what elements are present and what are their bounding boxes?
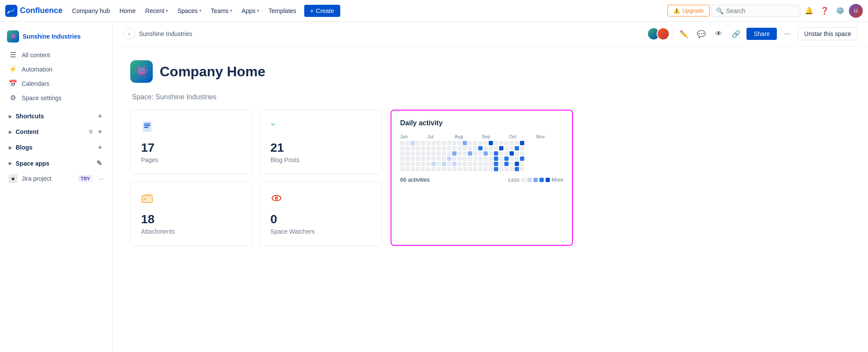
page-icon-glyph: 👾 — [135, 65, 148, 78]
activity-cell — [421, 162, 425, 166]
activity-cell — [426, 141, 431, 145]
sidebar-section-content[interactable]: ▶ Content ≡ + — [2, 124, 111, 140]
search-icon: 🔍 — [716, 7, 723, 14]
activity-cell — [421, 151, 425, 156]
content-filter-icon[interactable]: ≡ — [87, 127, 94, 137]
month-label-oct: Oct — [509, 134, 536, 139]
activity-cell — [431, 151, 436, 156]
attachments-card[interactable]: 18 Attachments — [130, 181, 253, 246]
pages-card[interactable]: 17 Pages — [130, 110, 253, 174]
activity-cell — [515, 151, 519, 156]
activity-cell — [437, 162, 441, 166]
nav-home[interactable]: Home — [115, 5, 140, 17]
help-button[interactable]: ❓ — [818, 4, 832, 18]
sidebar-item-calendars[interactable]: 📅 Calendars — [2, 76, 111, 91]
activity-column — [504, 141, 509, 171]
activity-cell — [411, 167, 415, 171]
sidebar-section-space-apps[interactable]: ▶ Space apps ✎ — [2, 155, 111, 171]
notifications-button[interactable]: 🔔 — [802, 4, 816, 18]
activity-cell — [421, 156, 425, 161]
link-button[interactable]: 🔗 — [729, 27, 743, 41]
activity-cell — [468, 141, 472, 145]
watch-button[interactable]: 👁 — [712, 27, 726, 41]
upgrade-label: Upgrade — [682, 7, 704, 14]
nav-recent[interactable]: Recent ▾ — [141, 5, 172, 17]
blogs-add-icon[interactable]: + — [96, 143, 104, 152]
space-watchers-card[interactable]: 0 Space Watchers — [260, 181, 382, 246]
activity-cell — [463, 156, 467, 161]
sidebar-item-all-content[interactable]: ☰ All content — [2, 48, 111, 62]
sidebar-section-blogs[interactable]: ▶ Blogs + — [2, 140, 111, 155]
bottom-stats-row: 18 Attachments 0 Space Watchers — [130, 181, 382, 246]
shortcuts-chevron: ▶ — [9, 114, 12, 119]
activity-cell — [457, 151, 462, 156]
watchers-label: Space Watchers — [270, 228, 371, 235]
daily-activity-card: Daily activity JunJulAugSepOctNov 66 act… — [391, 110, 573, 246]
attachments-label: Attachments — [141, 228, 242, 235]
activity-cell — [515, 167, 519, 171]
breadcrumb-left: ‹ Sunshine Industries — [123, 28, 192, 40]
more-label: More — [552, 177, 563, 183]
sidebar-section-shortcuts[interactable]: ▶ Shortcuts + — [2, 108, 111, 124]
upgrade-button[interactable]: ⚠️ Upgrade — [667, 5, 710, 16]
space-name[interactable]: Sunshine Industries — [23, 33, 81, 40]
activity-months: JunJulAugSepOctNov — [400, 134, 563, 139]
activity-cell — [489, 141, 493, 145]
shortcuts-add-icon[interactable]: + — [96, 111, 104, 121]
collaborator-avatar-2[interactable] — [657, 27, 670, 40]
comment-button[interactable]: 💬 — [694, 27, 708, 41]
activity-cell — [473, 151, 477, 156]
confluence-logo[interactable]: Confluence — [5, 5, 62, 17]
activity-cell — [473, 162, 477, 166]
recent-chevron: ▾ — [166, 8, 168, 13]
activity-cell — [457, 162, 462, 166]
activity-cell — [468, 162, 472, 166]
nav-templates[interactable]: Templates — [264, 5, 301, 17]
settings-button[interactable]: ⚙️ — [833, 4, 847, 18]
collapse-sidebar-button[interactable]: ‹ — [123, 28, 135, 40]
activity-cell — [489, 156, 493, 161]
activity-cell — [452, 156, 457, 161]
nav-apps[interactable]: Apps ▾ — [237, 5, 263, 17]
activity-cell — [457, 156, 462, 161]
jira-icon: ■ — [9, 174, 17, 183]
activity-cell — [416, 167, 420, 171]
activity-cell — [494, 167, 498, 171]
more-actions-button[interactable]: ··· — [780, 27, 794, 41]
search-box[interactable]: 🔍 — [711, 5, 800, 17]
activity-cell — [463, 167, 467, 171]
breadcrumb-right: ✏️ 💬 👁 🔗 Share ··· Unstar this space — [647, 27, 858, 41]
activity-cell — [442, 167, 446, 171]
page-icon: 👾 — [130, 60, 153, 83]
content-add-icon[interactable]: + — [96, 127, 104, 137]
create-button[interactable]: + Create — [304, 5, 340, 17]
space-apps-edit-icon[interactable]: ✎ — [95, 158, 104, 168]
sidebar-item-jira[interactable]: ■ Jira project TRY ··· — [2, 171, 111, 186]
activity-cell — [510, 156, 514, 161]
blog-posts-label: Blog Posts — [270, 156, 371, 163]
search-input[interactable] — [726, 7, 796, 14]
activity-cell — [478, 151, 483, 156]
activity-cell — [489, 167, 493, 171]
activity-cell — [515, 146, 519, 150]
activity-cell — [452, 167, 457, 171]
nav-spaces[interactable]: Spaces ▾ — [173, 5, 206, 17]
activity-cell — [442, 151, 446, 156]
activity-cell — [437, 156, 441, 161]
sidebar-item-automation[interactable]: ⚡ Automation — [2, 62, 111, 76]
activity-cell — [405, 151, 410, 156]
activity-cell — [515, 156, 519, 161]
unstar-button[interactable]: Unstar this space — [798, 27, 858, 40]
activity-cell — [520, 156, 524, 161]
edit-button[interactable]: ✏️ — [677, 27, 691, 41]
nav-company-hub[interactable]: Company hub — [68, 5, 114, 17]
sidebar-item-space-settings[interactable]: ⚙ Space settings — [2, 91, 111, 105]
space-apps-actions: ✎ — [95, 158, 104, 168]
share-button[interactable]: Share — [746, 28, 776, 40]
jira-more-icon[interactable]: ··· — [99, 175, 104, 182]
blogs-chevron: ▶ — [9, 145, 12, 150]
month-label-jun: Jun — [400, 134, 427, 139]
nav-teams[interactable]: Teams ▾ — [207, 5, 237, 17]
user-avatar[interactable]: U — [849, 4, 863, 18]
blog-posts-card[interactable]: " 21 Blog Posts — [260, 110, 382, 174]
